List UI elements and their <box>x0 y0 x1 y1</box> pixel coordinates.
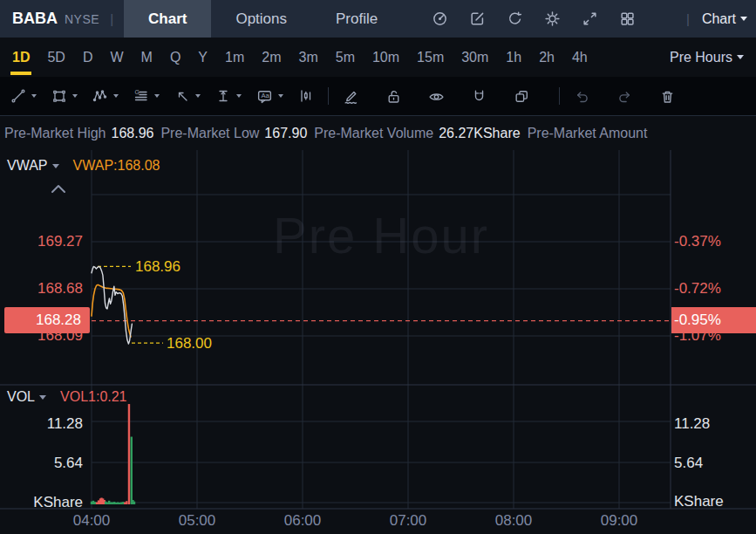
pitchfork-icon <box>92 88 108 104</box>
drawing-toolbar: G Aa <box>0 77 756 116</box>
draw-tool[interactable] <box>343 88 359 105</box>
timeframe-button[interactable]: 3m <box>299 50 318 65</box>
draw-icon <box>343 88 359 105</box>
chevron-down-icon[interactable] <box>52 164 59 168</box>
refresh-icon[interactable] <box>507 10 523 27</box>
session-selector-label: Pre Hours <box>670 50 732 65</box>
vol-unit-label: KShare <box>674 493 724 510</box>
chevron-down-icon[interactable] <box>236 94 242 98</box>
undo-tool[interactable] <box>574 88 590 105</box>
text-tool[interactable]: Aa <box>256 88 283 105</box>
timeframe-button[interactable]: 1m <box>225 50 244 65</box>
magnet-tool[interactable] <box>471 88 487 105</box>
fullscreen-icon[interactable] <box>582 10 598 27</box>
gann-tool[interactable]: G <box>133 88 160 104</box>
arrow-icon <box>174 88 190 104</box>
bring-forward-tool[interactable] <box>514 88 530 105</box>
vol-axis-label: 5.64 <box>674 455 703 472</box>
trend-line-icon <box>10 88 26 104</box>
collapse-pane-button[interactable] <box>49 182 68 197</box>
layout-grid-icon[interactable] <box>619 10 636 27</box>
premarket-stat: Pre-Market Low167.90 <box>160 126 307 141</box>
svg-text:Aa: Aa <box>261 92 269 99</box>
gauge-icon[interactable] <box>432 10 448 27</box>
toolbar-divider <box>559 87 560 105</box>
top-bar-icons <box>432 10 636 27</box>
chevron-down-icon <box>740 17 747 21</box>
time-label: 09:00 <box>582 512 656 530</box>
pct-axis-label: -0.72% <box>674 280 721 298</box>
pattern-tool[interactable] <box>298 88 314 104</box>
indicator-name: VWAP <box>7 158 48 174</box>
price-axis-label: 169.27 <box>0 233 83 250</box>
eye-icon <box>428 88 445 105</box>
shapes-icon <box>51 88 67 104</box>
timeframe-button[interactable]: D <box>83 50 93 65</box>
settings-icon[interactable] <box>544 10 561 27</box>
last-price-badge: 168.28 <box>4 307 90 333</box>
premarket-stat: Pre-Market Amount <box>528 126 653 141</box>
premarket-stat-label: Pre-Market Low <box>160 126 259 140</box>
premarket-info-bar: Pre-Market High168.96 Pre-Market Low167.… <box>0 116 756 150</box>
tab-profile[interactable]: Profile <box>311 0 402 38</box>
chevron-down-icon[interactable] <box>154 94 160 98</box>
pct-axis-label: -0.37% <box>674 233 721 250</box>
unlock-icon <box>385 88 402 105</box>
timeframe-button[interactable]: 2h <box>539 50 555 65</box>
timeframe-list: 1D 5D D W M Q Y 1m 2m 3m 5m 10m <box>12 50 588 65</box>
premarket-stat: Pre-Market High168.96 <box>4 126 153 141</box>
timeframe-button[interactable]: W <box>110 50 123 65</box>
top-bar: BABA NYSE | Chart Options Profile <box>0 0 756 38</box>
delete-icon <box>659 88 676 105</box>
redo-icon <box>616 88 633 105</box>
low-annotation: 168.00 <box>167 335 212 353</box>
timeframe-button[interactable]: 1D <box>12 50 30 65</box>
timeframe-button[interactable]: Y <box>198 50 208 65</box>
edit-icon[interactable] <box>469 10 486 27</box>
indicator-name: VOL <box>7 389 35 405</box>
chevron-down-icon[interactable] <box>195 94 201 98</box>
timeframe-button[interactable]: 2m <box>262 50 281 65</box>
timeframe-button[interactable]: Q <box>170 50 180 65</box>
tab-options[interactable]: Options <box>211 0 311 38</box>
measure-tool[interactable] <box>215 88 242 104</box>
premarket-stat-value: 167.90 <box>264 126 307 140</box>
vol-axis-label: 11.28 <box>674 415 710 433</box>
gann-icon: G <box>133 88 149 104</box>
premarket-stat-value: 26.27KShare <box>439 126 520 140</box>
divider: | <box>686 11 690 26</box>
chevron-down-icon[interactable] <box>113 94 119 98</box>
unlock-tool[interactable] <box>385 88 402 105</box>
trend-line-tool[interactable] <box>10 88 37 104</box>
timeframe-button[interactable]: 10m <box>372 50 399 65</box>
measure-icon <box>215 88 231 104</box>
timeframe-bar: 1D 5D D W M Q Y 1m 2m 3m 5m 10m <box>0 38 756 77</box>
timeframe-button[interactable]: 4h <box>572 50 588 65</box>
redo-tool[interactable] <box>616 88 633 105</box>
chevron-down-icon[interactable] <box>39 395 46 400</box>
chevron-up-icon <box>49 182 68 195</box>
change-pct-badge: -0.95% <box>671 307 756 333</box>
time-label: 08:00 <box>477 512 550 530</box>
pattern-icon <box>298 88 314 104</box>
pitchfork-tool[interactable] <box>92 88 119 104</box>
chevron-down-icon[interactable] <box>72 94 78 98</box>
timeframe-button[interactable]: 5D <box>47 50 65 65</box>
time-label: 04:00 <box>55 512 128 530</box>
timeframe-button[interactable]: 1h <box>506 50 521 65</box>
chevron-down-icon[interactable] <box>278 94 283 98</box>
chevron-down-icon[interactable] <box>31 94 37 98</box>
timeframe-button[interactable]: 15m <box>417 50 444 65</box>
session-selector[interactable]: Pre Hours <box>670 50 744 65</box>
layout-selector[interactable]: Chart <box>702 11 747 27</box>
high-annotation: 168.96 <box>135 258 180 276</box>
timeframe-button[interactable]: M <box>141 50 153 65</box>
visibility-tool[interactable] <box>428 88 445 105</box>
shapes-tool[interactable] <box>51 88 78 104</box>
arrow-tool[interactable] <box>174 88 201 104</box>
vol-unit-label: KShare <box>0 494 83 511</box>
timeframe-button[interactable]: 5m <box>336 50 355 65</box>
tab-chart[interactable]: Chart <box>124 0 211 38</box>
timeframe-button[interactable]: 30m <box>461 50 488 65</box>
delete-tool[interactable] <box>659 88 676 105</box>
